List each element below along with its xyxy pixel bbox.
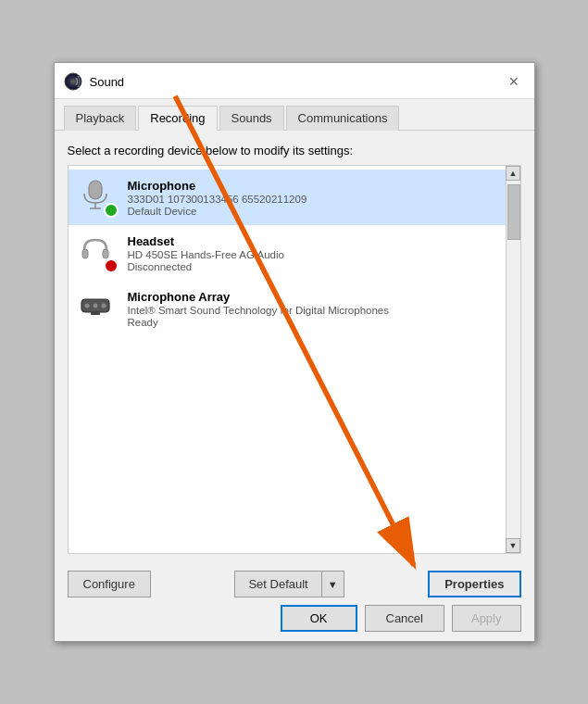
scroll-down[interactable]: ▼ <box>506 538 520 553</box>
close-button[interactable]: ✕ <box>503 70 525 93</box>
sound-icon <box>64 72 82 91</box>
tab-sounds[interactable]: Sounds <box>219 106 284 131</box>
headset-detail: HD 450SE Hands-Free AG Audio <box>128 249 496 260</box>
headset-status-badge <box>104 258 119 273</box>
tab-recording[interactable]: Recording <box>138 106 217 131</box>
device-list: Microphone 333D01 107300133456 655202112… <box>69 166 506 553</box>
headset-icon-wrap <box>78 233 119 273</box>
svg-rect-6 <box>82 249 88 258</box>
headset-name: Headset <box>128 234 496 248</box>
microphone-name: Microphone <box>128 179 496 193</box>
mic-array-name: Microphone Array <box>128 290 496 304</box>
svg-point-10 <box>93 304 97 308</box>
svg-rect-3 <box>89 181 102 199</box>
tab-bar: Playback Recording Sounds Communications <box>55 99 534 131</box>
svg-point-11 <box>101 304 106 308</box>
device-item-headset[interactable]: Headset HD 450SE Hands-Free AG Audio Dis… <box>69 225 506 281</box>
tab-playback[interactable]: Playback <box>64 106 137 131</box>
svg-rect-7 <box>103 249 108 258</box>
configure-button[interactable]: Configure <box>68 571 151 597</box>
headset-status: Disconnected <box>128 261 496 272</box>
set-default-group: Set Default ▼ <box>234 571 344 597</box>
scrollbar[interactable]: ▲ ▼ <box>506 166 520 553</box>
ok-button[interactable]: OK <box>281 605 357 632</box>
microphone-status-badge <box>104 203 119 218</box>
properties-button[interactable]: Properties <box>428 571 520 597</box>
device-item-mic-array[interactable]: Microphone Array Intel® Smart Sound Tech… <box>69 281 506 336</box>
microphone-detail: 333D01 107300133456 65520211209 <box>128 194 496 205</box>
svg-point-9 <box>84 304 89 308</box>
button-row-1: Configure Set Default ▼ Properties <box>68 571 521 597</box>
scroll-thumb[interactable] <box>507 184 520 240</box>
tab-communications[interactable]: Communications <box>286 106 400 131</box>
dialog-title: Sound <box>90 75 125 89</box>
set-default-button[interactable]: Set Default <box>234 571 320 597</box>
mic-array-icon-wrap <box>78 288 119 329</box>
instruction-text: Select a recording device below to modif… <box>68 144 521 157</box>
set-default-dropdown[interactable]: ▼ <box>321 571 344 597</box>
scroll-track[interactable] <box>507 181 520 538</box>
mic-array-detail: Intel® Smart Sound Technology for Digita… <box>128 305 496 316</box>
svg-point-2 <box>70 79 76 84</box>
mic-array-status: Ready <box>128 317 496 328</box>
device-list-container: Microphone 333D01 107300133456 655202112… <box>68 165 521 554</box>
mic-array-icon <box>78 288 113 323</box>
svg-rect-12 <box>91 312 100 315</box>
microphone-icon-wrap <box>78 177 119 218</box>
device-item-microphone[interactable]: Microphone 333D01 107300133456 655202112… <box>69 170 506 225</box>
apply-button[interactable]: Apply <box>452 605 521 632</box>
cancel-button[interactable]: Cancel <box>365 605 444 632</box>
scroll-up[interactable]: ▲ <box>506 166 520 181</box>
microphone-status: Default Device <box>128 206 496 217</box>
button-row-2: OK Cancel Apply <box>68 605 521 632</box>
